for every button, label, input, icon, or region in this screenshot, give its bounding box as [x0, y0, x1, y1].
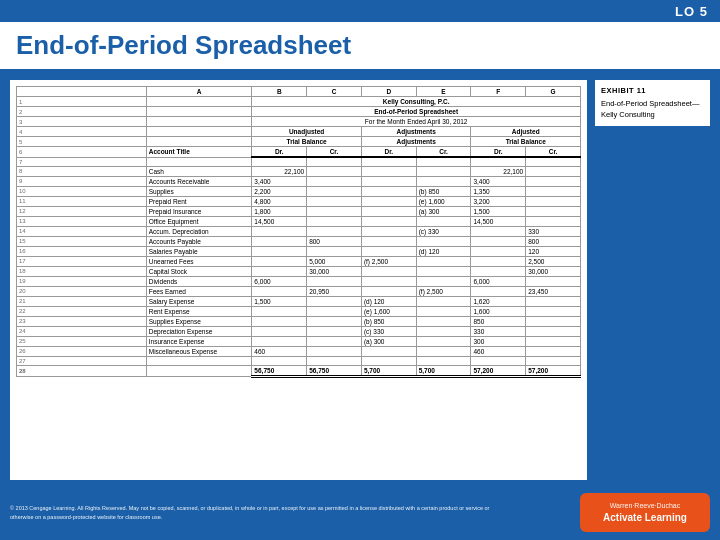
table-row: 9 Accounts Receivable 3,400 3,400 [17, 176, 581, 186]
table-row: 21 Salary Expense 1,500(d) 120 1,620 [17, 296, 581, 306]
activate-label: Activate Learning [603, 512, 687, 523]
activate-prefix: Warren·Reeve·Duchac [594, 501, 696, 510]
table-row: 10 Supplies 2,200(b) 850 1,350 [17, 186, 581, 196]
activate-learning-button[interactable]: Warren·Reeve·Duchac Activate Learning [580, 493, 710, 531]
table-row: 15 Accounts Payable 800 800 [17, 236, 581, 246]
table-row: 8 Cash 22,100 22,100 [17, 166, 581, 176]
exhibit-panel: EXHIBIT 11 End-of-Period Spreadsheet— Ke… [595, 80, 710, 480]
table-row: 26 Miscellaneous Expense 460 460 [17, 346, 581, 356]
table-row: 12 Prepaid Insurance 1,800(a) 300 1,500 [17, 206, 581, 216]
totals-row: 28 56,750 56,750 5,700 5,700 57,200 57,2… [17, 365, 581, 376]
table-row: 23 Supplies Expense (b) 850 850 [17, 316, 581, 326]
spreadsheet-area: A B C D E F G 1 Kelly Consulting, P.C. 2… [10, 80, 587, 480]
table-row: 24 Depreciation Expense (c) 330 330 [17, 326, 581, 336]
page-title: End-of-Period Spreadsheet [16, 30, 704, 61]
main-content: A B C D E F G 1 Kelly Consulting, P.C. 2… [10, 80, 710, 480]
copyright-text: © 2013 Cengage Learning. All Rights Rese… [10, 504, 500, 521]
lo-label: LO 5 [675, 4, 708, 19]
exhibit-description: End-of-Period Spreadsheet— Kelly Consult… [601, 99, 704, 120]
bottom-bar: © 2013 Cengage Learning. All Rights Rese… [0, 485, 720, 540]
title-bar: End-of-Period Spreadsheet [0, 22, 720, 69]
table-row: 27 [17, 356, 581, 365]
lo-badge: LO 5 [663, 0, 720, 23]
table-row: 14 Accum. Depreciation (c) 330 330 [17, 226, 581, 236]
table-row: 13 Office Equipment 14,500 14,500 [17, 216, 581, 226]
table-row: 11 Prepaid Rent 4,800(e) 1,600 3,200 [17, 196, 581, 206]
exhibit-box: EXHIBIT 11 End-of-Period Spreadsheet— Ke… [595, 80, 710, 126]
table-row: 19 Dividends 6,000 6,000 [17, 276, 581, 286]
table-row: 17 Unearned Fees 5,000(f) 2,500 2,500 [17, 256, 581, 266]
table-row: 22 Rent Expense (e) 1,600 1,600 [17, 306, 581, 316]
table-row: 18 Capital Stock 30,000 30,000 [17, 266, 581, 276]
table-row: 25 Insurance Expense (a) 300 300 [17, 336, 581, 346]
exhibit-number: EXHIBIT 11 [601, 86, 704, 95]
table-row: 16 Salaries Payable (d) 120 120 [17, 246, 581, 256]
table-row: 20 Fees Earned 20,950(f) 2,500 23,450 [17, 286, 581, 296]
